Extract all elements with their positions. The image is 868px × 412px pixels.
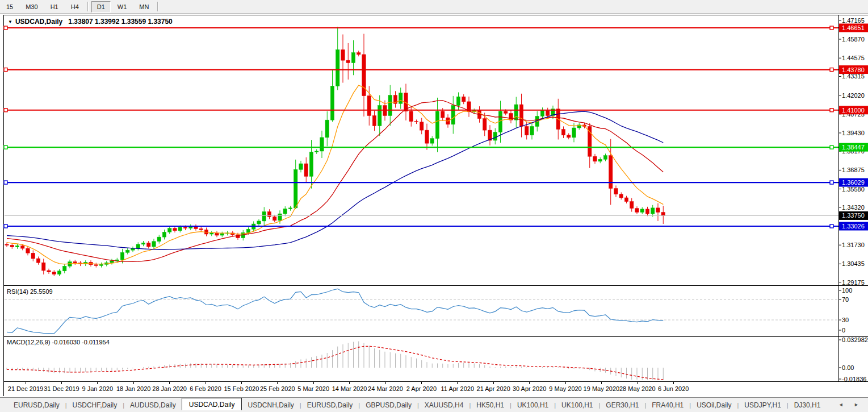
price-chart-canvas[interactable]: 1.471651.458701.445751.433151.420201.407… (0, 0, 868, 412)
svg-text:9 May 2020: 9 May 2020 (549, 385, 581, 392)
timeframe-button-h1[interactable]: H1 (45, 1, 64, 13)
level-anchor[interactable] (4, 26, 7, 30)
symbol-title: USDCAD,Daily (15, 18, 62, 26)
window-frame (3, 15, 868, 396)
svg-text:15 Feb 2020: 15 Feb 2020 (224, 385, 259, 392)
level-anchor[interactable] (4, 68, 7, 72)
svg-text:11 Apr 2020: 11 Apr 2020 (441, 385, 475, 392)
level-anchor[interactable] (830, 181, 833, 184)
chart-tab-usdcnh-daily[interactable]: USDCNH,Daily (242, 399, 299, 411)
svg-text:31 Dec 2019: 31 Dec 2019 (44, 385, 79, 392)
svg-text:24 Mar 2020: 24 Mar 2020 (368, 385, 403, 392)
toolbar-separator (157, 2, 158, 11)
svg-text:1.39430: 1.39430 (842, 130, 865, 136)
svg-text:1.36029: 1.36029 (842, 179, 865, 186)
chart-tab-fra40-h1[interactable]: FRA40,H1 (646, 399, 689, 411)
svg-text:1.44575: 1.44575 (842, 55, 865, 61)
svg-text:1.29175: 1.29175 (842, 279, 865, 286)
chart-tab-usdcad-daily[interactable]: USDCAD,Daily (182, 398, 242, 410)
price-axis: 1.471651.458701.445751.433151.420201.407… (839, 17, 868, 286)
svg-text:1.38447: 1.38447 (842, 144, 865, 151)
level-anchor[interactable] (830, 109, 833, 112)
macd-indicator-label: MACD(12,26,9) -0.016030 -0.011954 (7, 339, 110, 346)
svg-text:18 Jan 2020: 18 Jan 2020 (116, 385, 151, 392)
rsi-panel: 10070300 (5, 287, 852, 334)
chart-title: ▼USDCAD,Daily1.33807 1.33992 1.33559 1.3… (8, 18, 173, 26)
svg-text:1.42020: 1.42020 (842, 92, 865, 99)
macd-panel: 0.0329820.00-0.01836 (7, 336, 868, 382)
chart-tab-uk100-h1[interactable]: UK100,H1 (511, 399, 554, 411)
svg-text:9 Jan 2020: 9 Jan 2020 (82, 385, 113, 392)
chart-tab-hk50-h1[interactable]: HK50,H1 (471, 399, 510, 411)
level-anchor[interactable] (830, 224, 833, 228)
chart-tab-gbpusd-daily[interactable]: GBPUSD,Daily (360, 399, 417, 411)
level-anchor[interactable] (830, 26, 833, 30)
svg-text:2 Apr 2020: 2 Apr 2020 (406, 385, 437, 392)
level-anchor[interactable] (4, 145, 7, 149)
svg-text:1.33750: 1.33750 (842, 212, 865, 219)
chart-tab-eurusd-daily[interactable]: EURUSD,Daily (8, 399, 65, 411)
timeframe-button-m30[interactable]: M30 (20, 1, 43, 13)
svg-text:1.47165: 1.47165 (842, 17, 865, 24)
svg-text:6 Feb 2020: 6 Feb 2020 (190, 385, 221, 392)
chart-tab-uk100-h1[interactable]: UK100,H1 (556, 399, 598, 411)
level-anchor[interactable] (4, 181, 7, 184)
chart-tab-usoil-daily[interactable]: USOil,Daily (691, 399, 737, 411)
level-anchor[interactable] (4, 224, 7, 228)
svg-text:1.45870: 1.45870 (842, 36, 865, 43)
svg-text:1.41000: 1.41000 (842, 107, 865, 114)
timeframe-button-d1[interactable]: D1 (91, 1, 111, 13)
level-anchor[interactable] (4, 109, 7, 112)
date-axis: 21 Dec 201931 Dec 20199 Jan 202018 Jan 2… (8, 382, 689, 392)
timeframe-button-15[interactable]: 15 (1, 1, 19, 13)
tab-scroll-arrows[interactable]: ◄ ► (838, 402, 863, 407)
svg-text:1.36875: 1.36875 (842, 167, 865, 173)
svg-text:30: 30 (842, 317, 849, 323)
svg-text:21 Apr 2020: 21 Apr 2020 (477, 385, 510, 392)
macd-signal-line (7, 346, 663, 380)
svg-text:0: 0 (842, 327, 845, 334)
chart-tabbar: EURUSD,Daily|USDCHF,Daily|AUDUSD,DailyUS… (0, 397, 868, 412)
svg-text:21 Dec 2019: 21 Dec 2019 (8, 385, 43, 392)
svg-text:1.43780: 1.43780 (842, 66, 865, 73)
chart-tab-audusd-daily[interactable]: AUDUSD,Daily (124, 399, 182, 411)
rsi-line (7, 289, 663, 334)
toolbar-separator (87, 2, 89, 11)
svg-text:100: 100 (842, 287, 852, 294)
chart-tab-xauusd-h4[interactable]: XAUUSD,H4 (419, 399, 469, 411)
level-anchor[interactable] (830, 145, 833, 149)
svg-text:5 Mar 2020: 5 Mar 2020 (297, 385, 329, 392)
svg-text:28 Jan 2020: 28 Jan 2020 (152, 385, 187, 392)
svg-text:28 May 2020: 28 May 2020 (619, 385, 656, 392)
chart-tab-dj30-h1[interactable]: DJ30,H1 (789, 399, 827, 411)
timeframe-button-mn[interactable]: MN (133, 1, 154, 13)
svg-text:1.34320: 1.34320 (842, 204, 865, 211)
svg-text:1.31730: 1.31730 (842, 242, 865, 248)
svg-text:1.33026: 1.33026 (842, 223, 865, 230)
svg-text:0.00: 0.00 (842, 364, 854, 371)
level-anchor[interactable] (830, 68, 833, 72)
svg-text:1.43315: 1.43315 (842, 73, 865, 80)
moving-averages-layer (7, 85, 663, 264)
timeframe-button-h4[interactable]: H4 (65, 1, 85, 13)
candles-layer (5, 27, 665, 276)
ohlc-quote-line: 1.33807 1.33992 1.33559 1.33750 (68, 18, 173, 26)
svg-text:70: 70 (842, 296, 849, 303)
timeframe-button-w1[interactable]: W1 (112, 1, 133, 13)
collapse-triangle-icon[interactable]: ▼ (8, 19, 12, 24)
svg-text:19 May 2020: 19 May 2020 (584, 385, 620, 392)
svg-text:0.032982: 0.032982 (842, 336, 868, 343)
chart-tab-eurusd-daily[interactable]: EURUSD,Daily (301, 399, 359, 411)
svg-text:1.30435: 1.30435 (842, 260, 865, 267)
sma-22-line (7, 101, 663, 262)
chart-tab-ger30-h1[interactable]: GER30,H1 (600, 399, 644, 411)
rsi-indicator-label: RSI(14) 25.5509 (7, 288, 53, 295)
svg-text:25 Feb 2020: 25 Feb 2020 (260, 385, 295, 392)
svg-text:14 Mar 2020: 14 Mar 2020 (332, 385, 367, 392)
chart-tab-usdjpy-h1[interactable]: USDJPY,H1 (739, 399, 786, 411)
chart-tab-usdchf-daily[interactable]: USDCHF,Daily (67, 399, 123, 411)
svg-text:-0.01836: -0.01836 (842, 376, 866, 382)
timeframe-toolbar: 15M30H1H4D1W1MN (0, 0, 868, 14)
svg-text:30 Apr 2020: 30 Apr 2020 (513, 385, 546, 392)
svg-text:1.46651: 1.46651 (842, 24, 865, 31)
